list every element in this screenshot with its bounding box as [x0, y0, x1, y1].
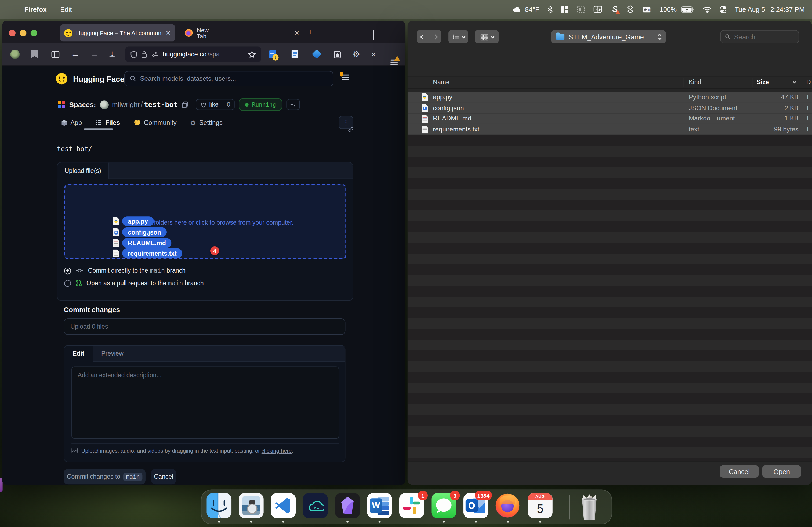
- tab-community[interactable]: Community: [133, 119, 176, 126]
- commit-direct-option[interactable]: Commit directly to the main branch: [64, 267, 186, 274]
- list-all-tabs-icon[interactable]: [373, 30, 374, 40]
- back-icon[interactable]: ←: [71, 49, 80, 59]
- close-tab-icon[interactable]: ✕: [166, 29, 171, 36]
- overflow-chevrons-icon[interactable]: »: [372, 50, 375, 58]
- window-tiling-icon[interactable]: [561, 5, 569, 13]
- tab-app[interactable]: App: [61, 119, 82, 126]
- finder-search-input[interactable]: [734, 33, 795, 41]
- commit-changes-button[interactable]: Commit changes tomain: [64, 469, 146, 484]
- list-view-button[interactable]: [448, 30, 468, 44]
- menu-firefox[interactable]: Firefox: [25, 5, 47, 13]
- dock-vscode-icon[interactable]: [271, 493, 296, 518]
- back-button[interactable]: [417, 30, 429, 44]
- tab-files[interactable]: Files: [95, 119, 120, 126]
- radio-selected-icon[interactable]: [64, 267, 71, 274]
- dialog-cancel-button[interactable]: Cancel: [720, 465, 759, 478]
- file-dropzone[interactable]: /folders here or click to browse from yo…: [64, 184, 346, 259]
- column-size[interactable]: Size: [757, 79, 769, 86]
- hf-cancel-button[interactable]: Cancel: [151, 469, 176, 484]
- dimmed-frame-icon[interactable]: [577, 6, 585, 13]
- menu-date[interactable]: Tue Aug 5: [735, 5, 765, 13]
- minimize-window-button[interactable]: [19, 30, 26, 36]
- account-avatar[interactable]: [11, 49, 20, 59]
- zoom-window-button[interactable]: [31, 30, 37, 36]
- file-row-config-json[interactable]: config.json JSON Document 2 KB T: [408, 103, 812, 114]
- tab-new-tab[interactable]: New Tab ✕: [181, 25, 299, 42]
- dock-trash-icon[interactable]: [576, 492, 603, 521]
- repo-name[interactable]: test-bot: [144, 100, 177, 109]
- pull-request-option[interactable]: Open as a pull request to the main branc…: [64, 279, 204, 287]
- spaces-label[interactable]: Spaces:: [69, 101, 96, 108]
- dock-calendar-icon[interactable]: AUG5: [528, 493, 553, 518]
- radio-unselected-icon[interactable]: [64, 280, 71, 286]
- like-button[interactable]: like 0: [196, 99, 234, 110]
- file-row-requirements-txt[interactable]: requirements.txt text 99 bytes T: [408, 124, 812, 135]
- column-kind[interactable]: Kind: [689, 79, 701, 86]
- close-window-button[interactable]: [9, 30, 16, 36]
- logs-button[interactable]: [287, 99, 300, 110]
- document-extension-icon[interactable]: [292, 50, 298, 59]
- folder-dropdown[interactable]: STEM_Adventure_Game...: [551, 30, 666, 44]
- sidebar-toggle-icon[interactable]: [51, 50, 60, 58]
- app-menu-icon[interactable]: [390, 60, 398, 65]
- forward-icon[interactable]: →: [90, 49, 99, 59]
- bookmark-star-icon[interactable]: [248, 50, 256, 58]
- keyboard-shortcut-icon[interactable]: ⌘: [642, 6, 651, 13]
- menu-time[interactable]: 2:24:37 PM: [770, 5, 805, 13]
- dock-slack-icon[interactable]: 1: [399, 493, 424, 518]
- finder-search-field[interactable]: [721, 30, 799, 44]
- like-count[interactable]: 0: [222, 99, 234, 110]
- column-date[interactable]: D: [806, 79, 811, 86]
- status-badge[interactable]: Running: [239, 98, 282, 110]
- settings-gear-icon[interactable]: ⚙: [352, 49, 360, 59]
- owner-name[interactable]: milwright: [112, 101, 140, 108]
- brand-name[interactable]: Hugging Face: [73, 74, 124, 83]
- permissions-sliders-icon[interactable]: [151, 51, 158, 57]
- extended-description-textarea[interactable]: [71, 366, 339, 439]
- tab-preview[interactable]: Preview: [93, 350, 132, 357]
- page-action-extension-icon[interactable]: [334, 50, 341, 58]
- owner-avatar[interactable]: [100, 100, 109, 109]
- pocket-icon[interactable]: [31, 50, 38, 58]
- dock-ai-cloud-app-icon[interactable]: [303, 493, 328, 518]
- copy-icon[interactable]: [182, 101, 188, 108]
- translate-extension-icon[interactable]: ↓: [269, 50, 276, 58]
- tab-hugging-face[interactable]: Hugging Face – The AI communi ✕: [60, 25, 175, 42]
- dock-firefox-icon[interactable]: [496, 494, 520, 517]
- tracking-shield-icon[interactable]: [130, 50, 137, 58]
- bluetooth-icon[interactable]: [548, 5, 553, 13]
- tab-edit[interactable]: Edit: [64, 345, 93, 361]
- dock-messages-icon[interactable]: 3: [431, 493, 456, 518]
- group-view-button[interactable]: [475, 30, 499, 44]
- menu-edit[interactable]: Edit: [60, 5, 72, 13]
- file-row-readme-md[interactable]: README.md Markdo…ument 1 KB T: [408, 114, 812, 124]
- display-cursor-icon[interactable]: [594, 6, 603, 13]
- kite-extension-icon[interactable]: [313, 51, 320, 57]
- control-center-icon[interactable]: [720, 5, 726, 13]
- dock-obsidian-icon[interactable]: [335, 493, 360, 518]
- dock-screenshot-app-icon[interactable]: [239, 493, 264, 518]
- commit-message-input[interactable]: [64, 318, 345, 335]
- close-tab-icon[interactable]: ✕: [294, 29, 299, 36]
- hugging-face-logo[interactable]: [56, 73, 67, 84]
- upload-files-tab[interactable]: Upload file(s): [57, 163, 109, 179]
- superwhisper-warning-icon[interactable]: [611, 5, 619, 13]
- file-row-app-py[interactable]: app.py Python script 47 KB T: [408, 92, 812, 103]
- lock-icon[interactable]: [141, 51, 147, 58]
- hf-search-bar[interactable]: [124, 71, 334, 86]
- dock-finder-icon[interactable]: [206, 493, 231, 518]
- column-name[interactable]: Name: [433, 79, 450, 86]
- stacked-layers-icon[interactable]: [627, 5, 634, 13]
- wifi-icon[interactable]: [702, 6, 711, 13]
- dialog-open-button[interactable]: Open: [762, 465, 801, 478]
- url-bar[interactable]: huggingface.co /spa: [126, 47, 261, 62]
- downloads-icon[interactable]: ↓: [109, 51, 115, 57]
- drag-count-badge: 4: [210, 246, 219, 255]
- dock-outlook-icon[interactable]: 1384: [463, 493, 489, 518]
- hf-search-input[interactable]: [140, 75, 328, 82]
- dock-word-icon[interactable]: W: [367, 493, 392, 518]
- tab-settings[interactable]: ⚙Settings: [190, 119, 222, 127]
- forward-button[interactable]: [429, 30, 441, 44]
- new-tab-button[interactable]: +: [308, 27, 313, 38]
- clicking-here-link[interactable]: clicking here: [262, 447, 292, 453]
